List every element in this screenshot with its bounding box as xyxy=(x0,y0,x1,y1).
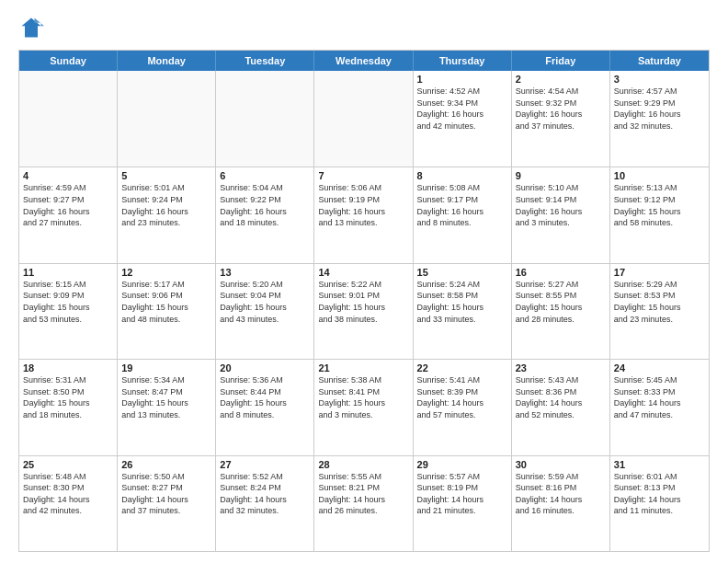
calendar-row: 18Sunrise: 5:31 AM Sunset: 8:50 PM Dayli… xyxy=(19,359,709,454)
calendar-cell: 5Sunrise: 5:01 AM Sunset: 9:24 PM Daylig… xyxy=(118,167,216,262)
cell-text: Sunrise: 5:22 AM Sunset: 9:01 PM Dayligh… xyxy=(318,279,408,325)
calendar-cell: 26Sunrise: 5:50 AM Sunset: 8:27 PM Dayli… xyxy=(118,456,216,551)
day-number: 9 xyxy=(516,170,606,181)
day-number: 30 xyxy=(516,459,606,470)
weekday-header: Thursday xyxy=(414,51,512,71)
day-number: 7 xyxy=(318,170,408,181)
calendar-body: 1Sunrise: 4:52 AM Sunset: 9:34 PM Daylig… xyxy=(19,71,709,551)
calendar-cell: 13Sunrise: 5:20 AM Sunset: 9:04 PM Dayli… xyxy=(216,264,314,359)
cell-text: Sunrise: 5:01 AM Sunset: 9:24 PM Dayligh… xyxy=(121,182,211,228)
cell-text: Sunrise: 5:48 AM Sunset: 8:30 PM Dayligh… xyxy=(23,471,113,517)
day-number: 22 xyxy=(417,362,507,373)
cell-text: Sunrise: 5:24 AM Sunset: 8:58 PM Dayligh… xyxy=(417,279,507,325)
logo-icon xyxy=(18,15,44,40)
calendar-cell: 23Sunrise: 5:43 AM Sunset: 8:36 PM Dayli… xyxy=(512,360,610,454)
weekday-header: Tuesday xyxy=(216,51,314,71)
cell-text: Sunrise: 4:59 AM Sunset: 9:27 PM Dayligh… xyxy=(23,182,113,228)
day-number: 5 xyxy=(121,170,211,181)
cell-text: Sunrise: 5:10 AM Sunset: 9:14 PM Dayligh… xyxy=(516,182,606,228)
calendar-cell: 3Sunrise: 4:57 AM Sunset: 9:29 PM Daylig… xyxy=(610,71,709,167)
weekday-header: Sunday xyxy=(19,51,118,71)
calendar: SundayMondayTuesdayWednesdayThursdayFrid… xyxy=(18,50,710,552)
calendar-cell xyxy=(118,71,216,167)
day-number: 6 xyxy=(220,170,310,181)
calendar-cell: 4Sunrise: 4:59 AM Sunset: 9:27 PM Daylig… xyxy=(19,167,118,262)
calendar-cell: 30Sunrise: 5:59 AM Sunset: 8:16 PM Dayli… xyxy=(512,456,610,551)
day-number: 23 xyxy=(516,362,606,373)
calendar-row: 4Sunrise: 4:59 AM Sunset: 9:27 PM Daylig… xyxy=(19,167,709,262)
cell-text: Sunrise: 5:06 AM Sunset: 9:19 PM Dayligh… xyxy=(318,182,408,228)
day-number: 17 xyxy=(614,267,705,278)
calendar-row: 11Sunrise: 5:15 AM Sunset: 9:09 PM Dayli… xyxy=(19,263,709,359)
cell-text: Sunrise: 5:52 AM Sunset: 8:24 PM Dayligh… xyxy=(220,471,310,517)
weekday-header: Friday xyxy=(512,51,610,71)
calendar-cell: 1Sunrise: 4:52 AM Sunset: 9:34 PM Daylig… xyxy=(414,71,512,167)
calendar-cell: 9Sunrise: 5:10 AM Sunset: 9:14 PM Daylig… xyxy=(512,167,610,262)
day-number: 29 xyxy=(417,459,507,470)
day-number: 12 xyxy=(121,267,211,278)
day-number: 15 xyxy=(417,267,507,278)
cell-text: Sunrise: 5:50 AM Sunset: 8:27 PM Dayligh… xyxy=(121,471,211,517)
day-number: 25 xyxy=(23,459,113,470)
weekday-header: Monday xyxy=(118,51,216,71)
calendar-cell xyxy=(19,71,118,167)
calendar-cell: 27Sunrise: 5:52 AM Sunset: 8:24 PM Dayli… xyxy=(216,456,314,551)
cell-text: Sunrise: 5:41 AM Sunset: 8:39 PM Dayligh… xyxy=(417,374,507,420)
cell-text: Sunrise: 5:29 AM Sunset: 8:53 PM Dayligh… xyxy=(614,279,705,325)
calendar-cell: 15Sunrise: 5:24 AM Sunset: 8:58 PM Dayli… xyxy=(414,264,512,359)
calendar-cell xyxy=(216,71,314,167)
calendar-cell: 12Sunrise: 5:17 AM Sunset: 9:06 PM Dayli… xyxy=(118,264,216,359)
calendar-cell: 22Sunrise: 5:41 AM Sunset: 8:39 PM Dayli… xyxy=(414,360,512,454)
day-number: 19 xyxy=(121,362,211,373)
calendar-cell: 29Sunrise: 5:57 AM Sunset: 8:19 PM Dayli… xyxy=(414,456,512,551)
calendar-cell: 7Sunrise: 5:06 AM Sunset: 9:19 PM Daylig… xyxy=(314,167,413,262)
calendar-cell: 31Sunrise: 6:01 AM Sunset: 8:13 PM Dayli… xyxy=(610,456,709,551)
calendar-row: 25Sunrise: 5:48 AM Sunset: 8:30 PM Dayli… xyxy=(19,455,709,551)
cell-text: Sunrise: 5:13 AM Sunset: 9:12 PM Dayligh… xyxy=(614,182,705,228)
day-number: 28 xyxy=(318,459,408,470)
cell-text: Sunrise: 4:57 AM Sunset: 9:29 PM Dayligh… xyxy=(614,86,705,132)
day-number: 21 xyxy=(318,362,408,373)
day-number: 20 xyxy=(220,362,310,373)
day-number: 26 xyxy=(121,459,211,470)
calendar-cell: 28Sunrise: 5:55 AM Sunset: 8:21 PM Dayli… xyxy=(314,456,413,551)
weekday-header: Wednesday xyxy=(314,51,413,71)
cell-text: Sunrise: 5:57 AM Sunset: 8:19 PM Dayligh… xyxy=(417,471,507,517)
calendar-cell xyxy=(314,71,413,167)
day-number: 8 xyxy=(417,170,507,181)
cell-text: Sunrise: 6:01 AM Sunset: 8:13 PM Dayligh… xyxy=(614,471,705,517)
day-number: 10 xyxy=(614,170,705,181)
cell-text: Sunrise: 5:59 AM Sunset: 8:16 PM Dayligh… xyxy=(516,471,606,517)
cell-text: Sunrise: 5:27 AM Sunset: 8:55 PM Dayligh… xyxy=(516,279,606,325)
cell-text: Sunrise: 5:08 AM Sunset: 9:17 PM Dayligh… xyxy=(417,182,507,228)
logo xyxy=(18,15,48,40)
calendar-cell: 20Sunrise: 5:36 AM Sunset: 8:44 PM Dayli… xyxy=(216,360,314,454)
header xyxy=(18,15,710,40)
svg-marker-0 xyxy=(22,18,41,38)
calendar-cell: 19Sunrise: 5:34 AM Sunset: 8:47 PM Dayli… xyxy=(118,360,216,454)
calendar-cell: 10Sunrise: 5:13 AM Sunset: 9:12 PM Dayli… xyxy=(610,167,709,262)
calendar-cell: 25Sunrise: 5:48 AM Sunset: 8:30 PM Dayli… xyxy=(19,456,118,551)
calendar-header: SundayMondayTuesdayWednesdayThursdayFrid… xyxy=(19,51,709,71)
cell-text: Sunrise: 5:31 AM Sunset: 8:50 PM Dayligh… xyxy=(23,374,113,420)
weekday-header: Saturday xyxy=(610,51,709,71)
cell-text: Sunrise: 4:54 AM Sunset: 9:32 PM Dayligh… xyxy=(516,86,606,132)
day-number: 14 xyxy=(318,267,408,278)
calendar-cell: 24Sunrise: 5:45 AM Sunset: 8:33 PM Dayli… xyxy=(610,360,709,454)
calendar-cell: 8Sunrise: 5:08 AM Sunset: 9:17 PM Daylig… xyxy=(414,167,512,262)
day-number: 11 xyxy=(23,267,113,278)
cell-text: Sunrise: 5:36 AM Sunset: 8:44 PM Dayligh… xyxy=(220,374,310,420)
cell-text: Sunrise: 5:04 AM Sunset: 9:22 PM Dayligh… xyxy=(220,182,310,228)
cell-text: Sunrise: 5:15 AM Sunset: 9:09 PM Dayligh… xyxy=(23,279,113,325)
calendar-cell: 21Sunrise: 5:38 AM Sunset: 8:41 PM Dayli… xyxy=(314,360,413,454)
cell-text: Sunrise: 5:55 AM Sunset: 8:21 PM Dayligh… xyxy=(318,471,408,517)
cell-text: Sunrise: 5:38 AM Sunset: 8:41 PM Dayligh… xyxy=(318,374,408,420)
calendar-cell: 16Sunrise: 5:27 AM Sunset: 8:55 PM Dayli… xyxy=(512,264,610,359)
cell-text: Sunrise: 5:45 AM Sunset: 8:33 PM Dayligh… xyxy=(614,374,705,420)
calendar-cell: 18Sunrise: 5:31 AM Sunset: 8:50 PM Dayli… xyxy=(19,360,118,454)
calendar-cell: 6Sunrise: 5:04 AM Sunset: 9:22 PM Daylig… xyxy=(216,167,314,262)
calendar-cell: 2Sunrise: 4:54 AM Sunset: 9:32 PM Daylig… xyxy=(512,71,610,167)
day-number: 1 xyxy=(417,74,507,85)
page: SundayMondayTuesdayWednesdayThursdayFrid… xyxy=(0,0,728,563)
calendar-cell: 11Sunrise: 5:15 AM Sunset: 9:09 PM Dayli… xyxy=(19,264,118,359)
